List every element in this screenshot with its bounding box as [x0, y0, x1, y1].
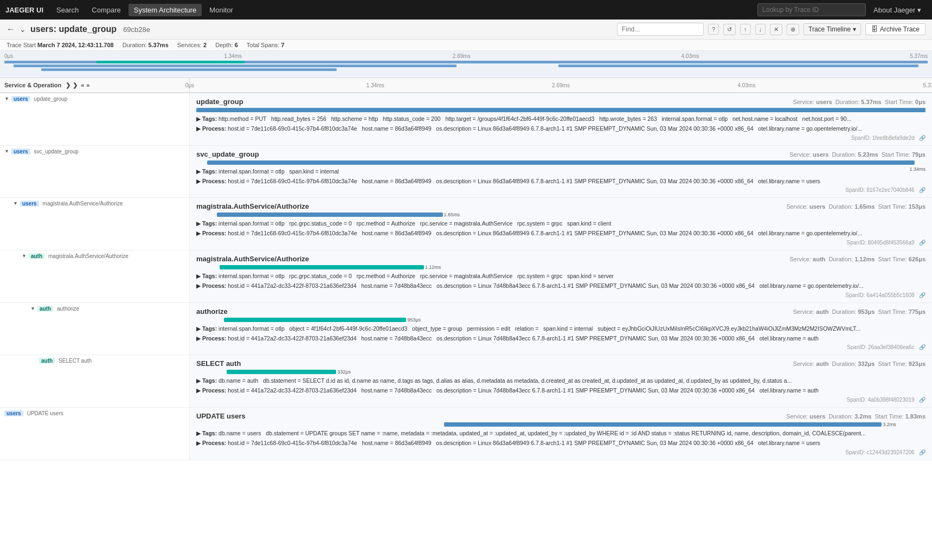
detail-meta: Service: users Duration: 1.65ms Start Ti…	[786, 203, 925, 210]
detail-process: ▶ Process: host.id = 7de11c68-69c0-415c-…	[196, 439, 925, 448]
tick-3: 4.03ms	[737, 82, 755, 88]
trace-title: users: update_group	[30, 24, 117, 34]
service-badge-auth: auth	[39, 358, 55, 364]
span-detail-svc-update-group: svc_update_group Service: users Duration…	[190, 146, 932, 198]
operation-name: UPDATE users	[27, 410, 63, 416]
operation-name: magistrala.AuthService/Authorize	[48, 253, 128, 259]
nav-compare[interactable]: Compare	[86, 4, 126, 16]
service-badge-users: users	[11, 149, 30, 155]
trace-depth: Depth: 6	[215, 42, 238, 48]
span-label-auth-authorize[interactable]: ▼ auth authorize	[0, 303, 190, 355]
span-id: SpanID: 1fee8b8efa9de2d 🔗	[196, 135, 925, 141]
clear-button[interactable]: ⊗	[787, 24, 799, 35]
trace-id-search[interactable]	[757, 3, 866, 16]
span-id: SpanID: 4a0b398f48023019 🔗	[196, 397, 925, 403]
service-badge-users: users	[11, 96, 30, 102]
trace-services: Services: 2	[177, 42, 207, 48]
ruler-2: 2.69ms	[453, 53, 471, 59]
back-button[interactable]: ←	[7, 24, 15, 34]
trace-start: Trace Start March 7 2024, 12:43:11.708	[7, 42, 114, 48]
detail-meta: Service: auth Duration: 953μs Start Time…	[793, 308, 925, 315]
spans-container: ▼ users update_group update_group Servic…	[0, 93, 932, 540]
close-find-button[interactable]: ✕	[770, 24, 782, 35]
expand-button[interactable]: ⌄	[20, 25, 26, 34]
ruler-3: 4.03ms	[682, 53, 699, 59]
span-id: SpanID: 26aa3ef38406ea6c 🔗	[196, 344, 925, 350]
collapse-icon[interactable]: ▼	[4, 96, 9, 101]
find-input[interactable]	[617, 23, 704, 36]
tick-2: 2.69ms	[552, 82, 570, 88]
detail-meta: Service: users Duration: 3.2ms Start Tim…	[786, 413, 925, 420]
collapse-icon[interactable]: ▼	[13, 201, 18, 206]
trace-id: 69cb28e	[123, 25, 150, 34]
nav-search[interactable]: Search	[51, 4, 84, 16]
archive-trace-button[interactable]: 🗄 Archive Trace	[865, 23, 925, 35]
collapse-icon[interactable]: ▼	[22, 253, 27, 259]
trace-overview: 0μs 1.34ms 2.69ms 4.03ms 5.37ms	[0, 51, 932, 78]
span-detail-users-update-group: update_group Service: users Duration: 5.…	[190, 93, 932, 145]
operation-name: magistrala.AuthService/Authorize	[43, 201, 123, 207]
col-expand2-icon[interactable]: ❯	[73, 82, 78, 89]
detail-tags: ▶ Tags: internal.span.format = otlp rpc.…	[196, 219, 925, 229]
span-id: SpanID: c12443d239247206 🔗	[196, 449, 925, 455]
detail-title: SELECT auth	[196, 359, 241, 368]
collapse-icon[interactable]: ▼	[4, 149, 9, 154]
detail-meta: Service: auth Duration: 1.12ms Start Tim…	[789, 256, 925, 262]
detail-tags: ▶ Tags: db.name = auth db.statement = SE…	[196, 376, 925, 386]
detail-process: ▶ Process: host.id = 7de11c68-69c0-415c-…	[196, 229, 925, 239]
span-label-users-update-group[interactable]: ▼ users update_group	[0, 93, 190, 145]
detail-tags: ▶ Tags: db.name = users db.statement = U…	[196, 429, 925, 439]
span-row-users-authservice: ▼ users magistrala.AuthService/Authorize…	[0, 198, 932, 250]
service-badge-users: users	[20, 201, 39, 207]
span-label-users-authservice[interactable]: ▼ users magistrala.AuthService/Authorize	[0, 198, 190, 250]
span-row-auth-authorize: ▼ auth authorize authorize Service: auth…	[0, 303, 932, 356]
ruler-4: 5.37ms	[910, 53, 928, 59]
up-button[interactable]: ↑	[740, 24, 751, 35]
tick-1: 1.34ms	[367, 82, 384, 88]
top-navigation: JAEGER UI Search Compare System Architec…	[0, 0, 932, 20]
span-row-users-update-group: ▼ users update_group update_group Servic…	[0, 93, 932, 146]
span-detail-users-update: UPDATE users Service: users Duration: 3.…	[190, 408, 932, 460]
detail-process: ▶ Process: host.id = 441a72a2-dc33-422f-…	[196, 281, 925, 291]
detail-meta: Service: users Duration: 5.23ms Start Ti…	[789, 151, 925, 158]
detail-tags: ▶ Tags: internal.span.format = otlp span…	[196, 167, 925, 177]
span-label-users-update[interactable]: users UPDATE users	[0, 408, 190, 460]
nav-monitor[interactable]: Monitor	[204, 4, 238, 16]
span-label-svc-update-group[interactable]: ▼ users svc_update_group	[0, 146, 190, 198]
service-badge-auth: auth	[37, 306, 53, 312]
col-expand-icon[interactable]: ❯	[66, 82, 70, 89]
down-button[interactable]: ↓	[755, 24, 766, 35]
span-row-users-update: users UPDATE users UPDATE users Service:…	[0, 408, 932, 460]
brand-label: JAEGER UI	[5, 6, 43, 14]
detail-title: svc_update_group	[196, 150, 259, 158]
service-operation-col-header: Service & Operation ❯ ❯ « »	[0, 78, 190, 92]
detail-process: ▶ Process: host.id = 7de11c68-69c0-415c-…	[196, 177, 925, 186]
operation-name: SELECT auth	[59, 358, 92, 364]
col-collapse-icon[interactable]: «	[81, 82, 84, 88]
ruler-1: 1.34ms	[224, 53, 242, 59]
detail-title: magistrala.AuthService/Authorize	[196, 202, 309, 210]
span-label-auth-authservice[interactable]: ▼ auth magistrala.AuthService/Authorize	[0, 250, 190, 302]
prev-result-button[interactable]: ↺	[723, 24, 736, 35]
operation-name: svc_update_group	[34, 149, 79, 155]
collapse-icon[interactable]: ▼	[30, 306, 35, 311]
archive-label: Archive Trace	[880, 25, 920, 33]
span-row-auth-authservice: ▼ auth magistrala.AuthService/Authorize …	[0, 250, 932, 303]
operation-name: update_group	[34, 96, 68, 102]
detail-meta: Service: users Duration: 5.37ms Start Ti…	[793, 99, 925, 105]
nav-system-architecture[interactable]: System Architecture	[128, 4, 202, 16]
help-button[interactable]: ?	[708, 24, 719, 35]
span-row-users-svc-update-group: ▼ users svc_update_group svc_update_grou…	[0, 146, 932, 198]
span-detail-auth-authorize: authorize Service: auth Duration: 953μs …	[190, 303, 932, 355]
detail-tags: ▶ Tags: internal.span.format = otlp rpc.…	[196, 272, 925, 281]
span-detail-auth-authservice: magistrala.AuthService/Authorize Service…	[190, 250, 932, 302]
trace-timeline-button[interactable]: Trace Timeline ▾	[804, 23, 861, 35]
span-label-auth-select[interactable]: auth SELECT auth	[0, 355, 190, 407]
tick-4: 5.37ms	[923, 82, 932, 88]
col-expand3-icon[interactable]: »	[86, 82, 89, 88]
about-jaeger-button[interactable]: About Jaeger ▾	[868, 4, 927, 16]
service-badge-users: users	[4, 410, 23, 416]
trace-metadata: Trace Start March 7 2024, 12:43:11.708 D…	[0, 40, 932, 51]
tick-0: 0μs	[185, 82, 194, 88]
detail-process: ▶ Process: host.id = 7de11c68-69c0-415c-…	[196, 124, 925, 134]
